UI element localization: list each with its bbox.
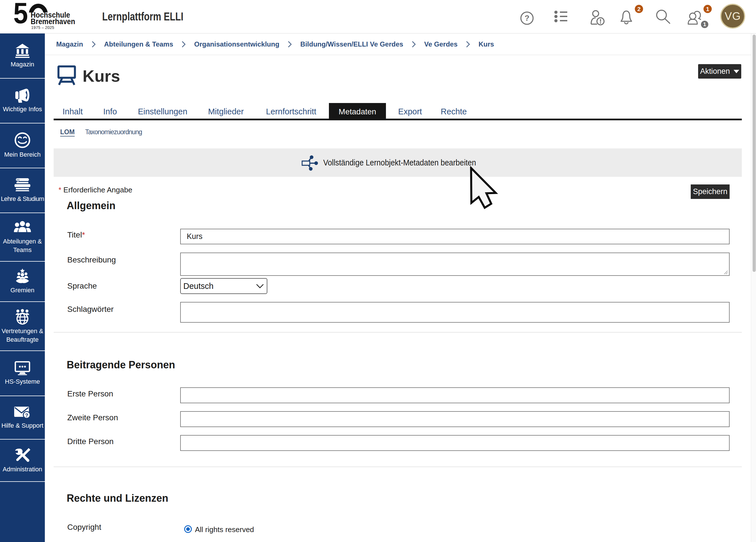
svg-text:?: ? — [524, 14, 529, 22]
svg-text:?: ? — [25, 413, 28, 418]
